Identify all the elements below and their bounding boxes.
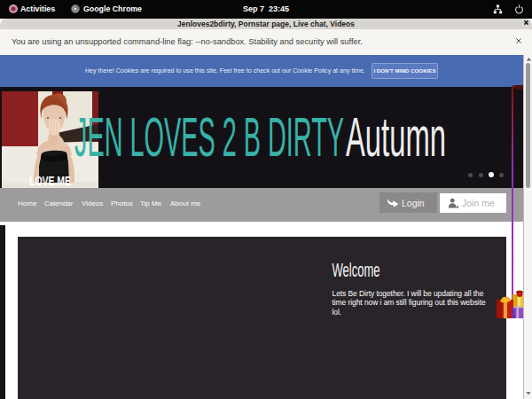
svg-text:Autumn: Autumn [346,105,446,168]
svg-text:JEN LOVES 2 B DIRTY: JEN LOVES 2 B DIRTY [74,105,344,168]
svg-text:Welcome: Welcome [332,259,380,281]
